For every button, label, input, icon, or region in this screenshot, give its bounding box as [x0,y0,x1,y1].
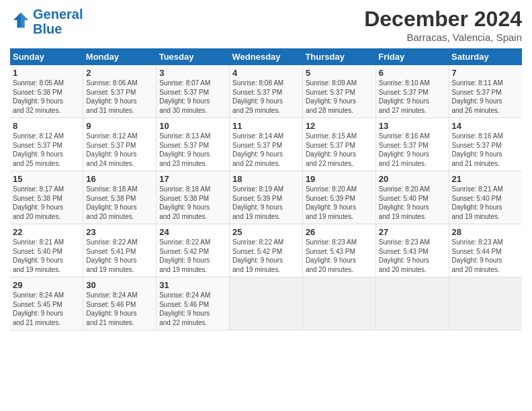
calendar-cell: 26Sunrise: 8:23 AM Sunset: 5:43 PM Dayli… [302,224,375,277]
calendar-cell: 23Sunrise: 8:22 AM Sunset: 5:41 PM Dayli… [83,224,157,277]
calendar-cell: 18Sunrise: 8:19 AM Sunset: 5:39 PM Dayli… [230,171,303,224]
day-info: Sunrise: 8:22 AM Sunset: 5:42 PM Dayligh… [232,238,300,274]
calendar-week-row: 22Sunrise: 8:21 AM Sunset: 5:40 PM Dayli… [10,224,522,277]
calendar-cell: 6Sunrise: 8:10 AM Sunset: 5:37 PM Daylig… [375,65,449,118]
calendar-week-row: 15Sunrise: 8:17 AM Sunset: 5:38 PM Dayli… [10,171,522,224]
day-info: Sunrise: 8:13 AM Sunset: 5:37 PM Dayligh… [159,132,226,168]
calendar-cell: 28Sunrise: 8:23 AM Sunset: 5:44 PM Dayli… [449,224,522,277]
calendar-cell: 15Sunrise: 8:17 AM Sunset: 5:38 PM Dayli… [10,171,83,224]
day-number: 21 [452,174,519,184]
calendar-cell: 14Sunrise: 8:16 AM Sunset: 5:37 PM Dayli… [449,118,522,171]
day-number: 27 [379,227,446,237]
day-number: 18 [232,174,300,184]
calendar-cell: 2Sunrise: 8:06 AM Sunset: 5:37 PM Daylig… [83,65,157,118]
day-info: Sunrise: 8:12 AM Sunset: 5:37 PM Dayligh… [86,132,153,168]
calendar-cell [449,277,522,330]
calendar-cell: 8Sunrise: 8:12 AM Sunset: 5:37 PM Daylig… [10,118,83,171]
day-number: 30 [86,280,153,290]
day-info: Sunrise: 8:05 AM Sunset: 5:38 PM Dayligh… [13,79,80,115]
day-number: 11 [232,121,300,131]
calendar-cell: 9Sunrise: 8:12 AM Sunset: 5:37 PM Daylig… [83,118,157,171]
calendar-cell: 19Sunrise: 8:20 AM Sunset: 5:39 PM Dayli… [302,171,375,224]
calendar-cell: 12Sunrise: 8:15 AM Sunset: 5:37 PM Dayli… [302,118,375,171]
day-number: 13 [379,121,446,131]
calendar-cell: 11Sunrise: 8:14 AM Sunset: 5:37 PM Dayli… [230,118,303,171]
calendar-body: 1Sunrise: 8:05 AM Sunset: 5:38 PM Daylig… [10,65,522,330]
day-number: 10 [159,121,226,131]
logo-text-blue: Blue [33,21,83,36]
day-number: 14 [452,121,519,131]
calendar-week-row: 8Sunrise: 8:12 AM Sunset: 5:37 PM Daylig… [10,118,522,171]
calendar-cell: 13Sunrise: 8:16 AM Sunset: 5:37 PM Dayli… [375,118,449,171]
day-number: 3 [159,68,226,78]
day-number: 16 [86,174,153,184]
weekday-header: Wednesday [230,48,303,65]
day-info: Sunrise: 8:11 AM Sunset: 5:37 PM Dayligh… [452,79,519,115]
day-number: 25 [232,227,300,237]
day-info: Sunrise: 8:08 AM Sunset: 5:37 PM Dayligh… [232,79,300,115]
calendar-cell: 31Sunrise: 8:24 AM Sunset: 5:46 PM Dayli… [157,277,230,330]
calendar-cell: 20Sunrise: 8:20 AM Sunset: 5:40 PM Dayli… [375,171,449,224]
weekday-header: Monday [83,48,157,65]
day-number: 31 [159,280,226,290]
calendar-cell: 17Sunrise: 8:18 AM Sunset: 5:38 PM Dayli… [157,171,230,224]
calendar-cell [230,277,303,330]
day-number: 9 [86,121,153,131]
day-info: Sunrise: 8:18 AM Sunset: 5:38 PM Dayligh… [86,185,153,221]
calendar-cell: 1Sunrise: 8:05 AM Sunset: 5:38 PM Daylig… [10,65,83,118]
day-info: Sunrise: 8:14 AM Sunset: 5:37 PM Dayligh… [232,132,300,168]
calendar-week-row: 29Sunrise: 8:24 AM Sunset: 5:45 PM Dayli… [10,277,522,330]
main-title: December 2024 [364,7,522,32]
day-info: Sunrise: 8:19 AM Sunset: 5:39 PM Dayligh… [232,185,300,221]
day-number: 29 [13,280,80,290]
page-container: General Blue December 2024 Barracas, Val… [0,0,532,337]
day-info: Sunrise: 8:22 AM Sunset: 5:42 PM Dayligh… [159,238,226,274]
day-info: Sunrise: 8:23 AM Sunset: 5:43 PM Dayligh… [379,238,446,274]
calendar-cell [375,277,449,330]
subtitle: Barracas, Valencia, Spain [364,32,522,43]
day-number: 17 [159,174,226,184]
svg-marker-1 [21,13,28,28]
header: General Blue December 2024 Barracas, Val… [10,7,522,43]
day-number: 28 [452,227,519,237]
day-info: Sunrise: 8:20 AM Sunset: 5:40 PM Dayligh… [379,185,446,221]
day-info: Sunrise: 8:20 AM Sunset: 5:39 PM Dayligh… [306,185,373,221]
calendar-week-row: 1Sunrise: 8:05 AM Sunset: 5:38 PM Daylig… [10,65,522,118]
day-number: 6 [379,68,446,78]
day-number: 26 [306,227,373,237]
calendar-cell: 25Sunrise: 8:22 AM Sunset: 5:42 PM Dayli… [230,224,303,277]
weekday-header: Tuesday [157,48,230,65]
day-info: Sunrise: 8:24 AM Sunset: 5:45 PM Dayligh… [13,291,80,327]
day-info: Sunrise: 8:18 AM Sunset: 5:38 PM Dayligh… [159,185,226,221]
day-number: 22 [13,227,80,237]
calendar-table: SundayMondayTuesdayWednesdayThursdayFrid… [10,48,522,330]
day-info: Sunrise: 8:23 AM Sunset: 5:44 PM Dayligh… [452,238,519,274]
day-number: 1 [13,68,80,78]
calendar-cell: 22Sunrise: 8:21 AM Sunset: 5:40 PM Dayli… [10,224,83,277]
day-number: 2 [86,68,153,78]
day-number: 7 [452,68,519,78]
calendar-cell [302,277,375,330]
weekday-header: Friday [375,48,449,65]
day-info: Sunrise: 8:17 AM Sunset: 5:38 PM Dayligh… [13,185,80,221]
weekday-header: Sunday [10,48,83,65]
day-number: 24 [159,227,226,237]
day-number: 8 [13,121,80,131]
day-info: Sunrise: 8:23 AM Sunset: 5:43 PM Dayligh… [306,238,373,274]
day-info: Sunrise: 8:21 AM Sunset: 5:40 PM Dayligh… [13,238,80,274]
weekday-header: Saturday [449,48,522,65]
day-info: Sunrise: 8:24 AM Sunset: 5:46 PM Dayligh… [159,291,226,327]
day-number: 15 [13,174,80,184]
day-number: 23 [86,227,153,237]
calendar-cell: 29Sunrise: 8:24 AM Sunset: 5:45 PM Dayli… [10,277,83,330]
day-info: Sunrise: 8:07 AM Sunset: 5:37 PM Dayligh… [159,79,226,115]
calendar-cell: 10Sunrise: 8:13 AM Sunset: 5:37 PM Dayli… [157,118,230,171]
day-number: 5 [306,68,373,78]
calendar-cell: 24Sunrise: 8:22 AM Sunset: 5:42 PM Dayli… [157,224,230,277]
day-info: Sunrise: 8:16 AM Sunset: 5:37 PM Dayligh… [379,132,446,168]
title-block: December 2024 Barracas, Valencia, Spain [364,7,522,43]
day-info: Sunrise: 8:09 AM Sunset: 5:37 PM Dayligh… [306,79,373,115]
day-number: 4 [232,68,300,78]
weekday-header: Thursday [302,48,375,65]
day-info: Sunrise: 8:16 AM Sunset: 5:37 PM Dayligh… [452,132,519,168]
